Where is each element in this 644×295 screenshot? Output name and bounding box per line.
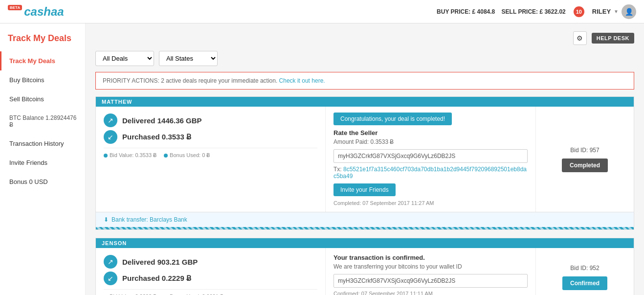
priority-text: PRIORITY ACTIONS: 2 active deals require… <box>103 77 279 84</box>
purchased-amount-j: Purchased 0.2229 Ƀ <box>122 274 191 283</box>
topnav: BETA cashaa BUY PRICE: £ 4084.8 SELL PRI… <box>0 0 644 23</box>
logo-text: cashaa <box>24 5 64 19</box>
payment-method: Bank transfer: Barclays Bank <box>111 216 187 223</box>
confirmed-sub: We are transferring your bitcoins to you… <box>333 263 528 270</box>
purchased-row: ↙ Purchased 0.3533 Ƀ <box>104 130 317 144</box>
states-filter[interactable]: All States <box>159 51 218 66</box>
gear-button[interactable]: ⚙ <box>573 31 587 45</box>
deal-card-body-jenson: ↗ Delivered 903.21 GBP ↙ Purchased 0.222… <box>96 248 634 295</box>
deal-right-matthew: Bid ID: 957 Completed <box>536 107 634 212</box>
status-badge-completed: Completed <box>562 159 608 172</box>
purchased-icon-j: ↙ <box>104 272 117 285</box>
purchased-icon: ↙ <box>104 130 117 144</box>
priority-banner: PRIORITY ACTIONS: 2 active deals require… <box>95 72 634 90</box>
deal-left-jenson: ↗ Delivered 903.21 GBP ↙ Purchased 0.222… <box>96 248 326 295</box>
completed-date: Completed: 07 September 2017 11:27 AM <box>333 200 528 206</box>
deal-left-matthew: ↗ Delivered 1446.36 GBP ↙ Purchased 0.35… <box>96 107 326 212</box>
bid-value-label: Bid Value: 0.3533 Ƀ <box>110 152 157 159</box>
user-name: RILEY <box>592 8 611 15</box>
bid-id: Bid ID: 957 <box>570 147 599 154</box>
delivered-icon-j: ↗ <box>104 255 117 269</box>
filters: All Deals All States <box>95 51 634 66</box>
beta-badge: BETA <box>8 5 22 10</box>
deal-footer-matthew: ⬇ Bank transfer: Barclays Bank <box>96 212 634 227</box>
sidebar-item-bonus: Bonus 0 USD <box>0 172 85 191</box>
deal-center-matthew: Congratulations, your deal is completed!… <box>326 107 536 212</box>
sidebar-item-btc-balance: BTC Balance 1.28924476 Ƀ <box>0 109 85 134</box>
status-badge-confirmed: Confirmed <box>562 276 607 290</box>
delivered-icon: ↗ <box>104 113 117 127</box>
sidebar-item-track-my-deals[interactable]: Track My Deals <box>0 51 85 70</box>
confirmed-date: Confirmed: 07 September 2017 11:11 AM <box>333 291 528 295</box>
bonus-used-label: Bonus Used: 0 Ƀ <box>170 152 210 159</box>
deal-card-header-jenson: JENSON <box>96 238 634 248</box>
help-desk-button[interactable]: HELP DESK <box>592 33 634 44</box>
tx-row: Tx: 8c5521e1f7a315c460cf703da70db1ba1b2d… <box>333 166 528 180</box>
page-title: Track My Deals <box>0 28 85 51</box>
deal-card-body-matthew: ↗ Delivered 1446.36 GBP ↙ Purchased 0.35… <box>96 107 634 212</box>
page-layout: Track My Deals Track My Deals Buy Bitcoi… <box>0 23 644 295</box>
main-content: ⚙ HELP DESK All Deals All States PRIORIT… <box>86 23 644 295</box>
topnav-right: BUY PRICE: £ 4084.8 SELL PRICE: £ 3622.0… <box>437 4 636 19</box>
sidebar: Track My Deals Track My Deals Buy Bitcoi… <box>0 23 86 295</box>
wallet-address-input[interactable] <box>333 149 528 163</box>
purchased-amount: Purchased 0.3533 Ƀ <box>122 133 191 141</box>
sidebar-item-transaction-history[interactable]: Transaction History <box>0 134 85 153</box>
delivered-row-j: ↗ Delivered 903.21 GBP <box>104 255 317 269</box>
delivered-row: ↗ Delivered 1446.36 GBP <box>104 113 317 127</box>
priority-link[interactable]: Check it out here. <box>279 77 325 84</box>
sidebar-item-invite-friends[interactable]: Invite Friends <box>0 153 85 172</box>
bank-icon: ⬇ <box>104 216 109 223</box>
confirmed-title: Your transaction is confirmed. <box>333 254 528 261</box>
congrats-badge: Congratulations, your deal is completed! <box>333 113 452 125</box>
delivered-amount: Delivered 1446.36 GBP <box>122 116 202 125</box>
user-info[interactable]: RILEY ▼ 👤 <box>592 4 636 19</box>
deal-card-header-matthew: MATTHEW <box>96 97 634 107</box>
wallet-address-input-j[interactable] <box>333 274 528 288</box>
purchased-row-j: ↙ Purchased 0.2229 Ƀ <box>104 272 317 285</box>
amount-paid: Amount Paid: 0.3533 Ƀ <box>333 138 528 145</box>
deal-meta: Bid Value: 0.3533 Ƀ Bonus Used: 0 Ƀ <box>104 152 317 159</box>
deal-card-matthew: MATTHEW ↗ Delivered 1446.36 GBP ↙ Purcha… <box>95 96 634 230</box>
avatar: 👤 <box>622 4 636 19</box>
deal-card-jenson-1: JENSON ↗ Delivered 903.21 GBP ↙ Purchase… <box>95 238 634 295</box>
delivered-amount-j: Delivered 903.21 GBP <box>122 258 198 266</box>
buy-price: BUY PRICE: £ 4084.8 SELL PRICE: £ 3622.0… <box>437 8 566 15</box>
bid-id-j: Bid ID: 952 <box>570 265 599 272</box>
tx-hash-link[interactable]: 8c5521e1f7a315c460cf703da70db1ba1b2d9445… <box>333 166 527 180</box>
main-header: ⚙ HELP DESK <box>95 31 634 45</box>
deals-filter[interactable]: All Deals <box>95 51 154 66</box>
logo-area: BETA cashaa <box>8 5 64 19</box>
card-bottom-bar <box>96 227 634 229</box>
invite-friends-button[interactable]: Invite your Friends <box>333 183 396 196</box>
rate-seller-label: Rate the Seller <box>333 129 528 136</box>
sidebar-item-sell-bitcoins[interactable]: Sell Bitcoins <box>0 90 85 109</box>
notification-badge[interactable]: 10 <box>574 6 584 17</box>
deal-center-jenson: Your transaction is confirmed. We are tr… <box>326 248 536 295</box>
sidebar-item-buy-bitcoins[interactable]: Buy Bitcoins <box>0 70 85 90</box>
deal-right-jenson: Bid ID: 952 Confirmed <box>536 248 634 295</box>
chevron-down-icon: ▼ <box>614 9 619 14</box>
